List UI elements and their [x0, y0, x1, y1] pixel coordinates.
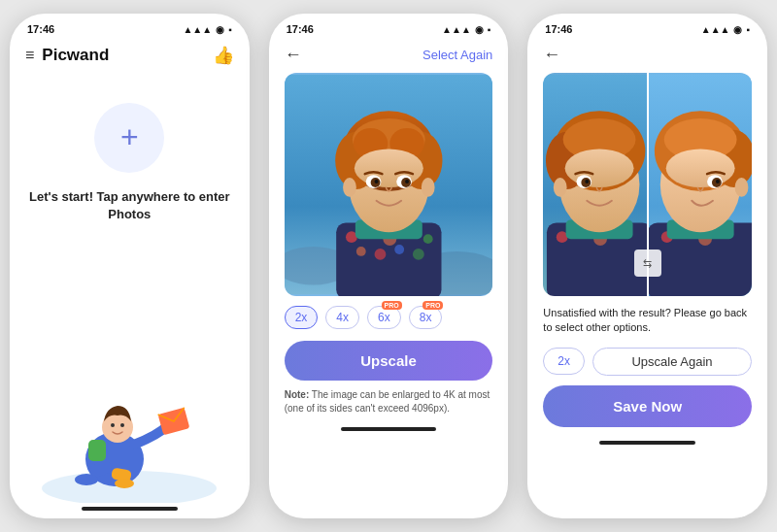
scale-options: 2x 4x 6xPRO 8xPRO	[269, 296, 509, 335]
svg-point-54	[565, 150, 634, 187]
phones-container: 17:46 ▲▲▲ ◉ ▪ ≡ Picwand 👍 + Let's start!…	[0, 0, 777, 532]
wifi-icon-1: ◉	[216, 24, 224, 35]
wifi-icon-3: ◉	[733, 24, 742, 35]
photo-area-2	[269, 73, 509, 296]
note-label: Note:	[285, 389, 310, 400]
phone2-header: ← Select Again	[269, 39, 509, 73]
battery-icon-1: ▪	[228, 24, 232, 35]
time-1: 17:46	[27, 23, 54, 35]
comparison-area: ⇆	[527, 73, 767, 296]
battery-icon-3: ▪	[746, 24, 750, 35]
time-3: 17:46	[545, 23, 572, 35]
phone3-header: ←	[527, 39, 767, 73]
svg-point-33	[355, 150, 423, 187]
scale-2x[interactable]: 2x	[285, 306, 319, 329]
phone-1: 17:46 ▲▲▲ ◉ ▪ ≡ Picwand 👍 + Let's start!…	[10, 14, 250, 518]
svg-point-40	[343, 178, 356, 197]
note-area: Note: The image can be enlarged to 4K at…	[269, 384, 509, 423]
battery-icon-2: ▪	[488, 24, 491, 35]
comparison-right	[648, 73, 752, 296]
app-title: Picwand	[42, 46, 109, 65]
status-bar-2: 17:46 ▲▲▲ ◉ ▪	[269, 14, 509, 39]
back-button-2[interactable]: ←	[285, 45, 302, 65]
add-circle[interactable]: +	[94, 103, 164, 173]
svg-point-9	[111, 423, 115, 427]
svg-point-71	[665, 150, 734, 187]
svg-point-4	[75, 474, 98, 485]
pro-badge-6x: PRO	[382, 301, 402, 310]
svg-point-38	[374, 180, 378, 183]
scale-6x[interactable]: 6xPRO	[367, 306, 401, 329]
home-indicator-1	[82, 507, 178, 511]
status-bar-3: 17:46 ▲▲▲ ◉ ▪	[527, 14, 767, 39]
unsatisfied-text: Unsatisfied with the result? Please go b…	[527, 296, 767, 342]
phone3-options: 2x Upscale Again	[527, 342, 767, 382]
status-icons-2: ▲▲▲ ◉ ▪	[442, 24, 490, 35]
scale-8x[interactable]: 8xPRO	[409, 306, 443, 329]
svg-point-75	[734, 178, 748, 197]
back-button-3[interactable]: ←	[543, 45, 560, 65]
svg-point-5	[115, 479, 134, 488]
svg-point-74	[716, 180, 720, 183]
thumb-icon[interactable]: 👍	[213, 45, 234, 66]
status-icons-1: ▲▲▲ ◉ ▪	[183, 24, 231, 35]
signal-icon-2: ▲▲▲	[442, 24, 471, 35]
signal-icon-1: ▲▲▲	[183, 24, 212, 35]
svg-point-19	[422, 234, 432, 244]
phone1-header-left: ≡ Picwand	[25, 46, 109, 65]
signal-icon-3: ▲▲▲	[701, 24, 730, 35]
time-2: 17:46	[287, 23, 314, 35]
svg-point-41	[421, 178, 434, 197]
note-content: The image can be enlarged to 4K at most …	[285, 389, 490, 414]
svg-point-57	[586, 180, 590, 183]
svg-point-10	[120, 423, 124, 427]
svg-point-20	[356, 247, 366, 256]
save-now-button[interactable]: Save Now	[543, 385, 752, 427]
person-image	[285, 73, 493, 296]
phone-3: 17:46 ▲▲▲ ◉ ▪ ←	[527, 14, 767, 518]
phone1-header: ≡ Picwand 👍	[10, 39, 250, 74]
comparison-left	[543, 73, 647, 296]
wifi-icon-2: ◉	[475, 24, 484, 35]
plus-icon: +	[120, 121, 139, 152]
compare-handle[interactable]: ⇆	[634, 249, 661, 277]
start-text: Let's start! Tap anywhere to enter Photo…	[25, 188, 234, 223]
upscale-again-button[interactable]: Upscale Again	[592, 348, 752, 376]
home-indicator-2	[341, 427, 437, 431]
select-again-button[interactable]: Select Again	[422, 48, 492, 62]
illustration-area	[10, 303, 250, 503]
illustration-svg	[32, 348, 226, 503]
menu-icon[interactable]: ≡	[25, 47, 34, 64]
svg-rect-7	[88, 440, 106, 461]
svg-point-21	[374, 249, 386, 260]
phone1-content: + Let's start! Tap anywhere to enter Pho…	[10, 74, 250, 303]
status-bar-1: 17:46 ▲▲▲ ◉ ▪	[10, 14, 250, 39]
pro-badge-8x: PRO	[422, 301, 443, 310]
person-photo-svg	[285, 73, 493, 296]
upscale-button[interactable]: Upscale	[285, 341, 493, 381]
status-icons-3: ▲▲▲ ◉ ▪	[701, 24, 750, 35]
svg-point-23	[413, 249, 424, 260]
phone-2: 17:46 ▲▲▲ ◉ ▪ ← Select Again	[269, 14, 509, 518]
scale-4x[interactable]: 4x	[325, 306, 359, 329]
comparison-image: ⇆	[543, 73, 752, 296]
svg-point-58	[554, 178, 567, 197]
home-indicator-3	[599, 441, 695, 445]
svg-point-22	[394, 245, 404, 254]
scale-2x-phone3[interactable]: 2x	[543, 348, 585, 375]
svg-point-39	[405, 180, 409, 183]
